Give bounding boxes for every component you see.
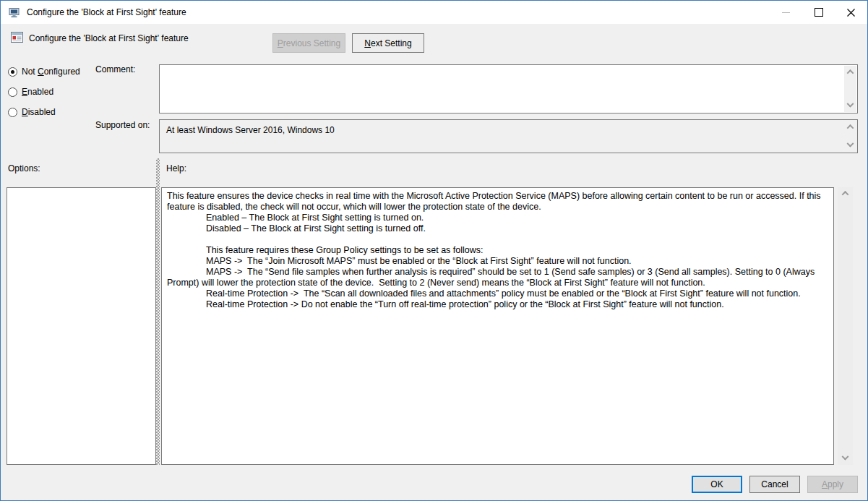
radio-button-icon (8, 67, 17, 77)
chevron-down-icon (842, 453, 849, 461)
window-controls (770, 1, 867, 24)
previous-setting-button[interactable]: Previous Setting (272, 33, 345, 53)
help-paragraph: MAPS -> The “Join Microsoft MAPS” must b… (167, 256, 828, 267)
maximize-button[interactable] (802, 1, 835, 24)
supported-on-scrollbar (844, 121, 856, 152)
cancel-button[interactable]: Cancel (749, 476, 800, 493)
help-paragraph: Disabled – The Block at First Sight sett… (167, 223, 828, 234)
radio-button-icon (8, 108, 17, 117)
radio-label: Disabled (22, 107, 56, 117)
scroll-down-button[interactable] (844, 140, 856, 152)
chevron-up-icon (847, 124, 854, 132)
supported-on-value: At least Windows Server 2016, Windows 10 (166, 125, 841, 135)
radio-button-icon (8, 87, 17, 97)
maximize-icon (815, 8, 823, 17)
window-title: Configure the 'Block at First Sight' fea… (27, 7, 186, 17)
comment-scrollbar (844, 66, 856, 112)
computer-icon (9, 7, 20, 18)
scroll-down-button[interactable] (838, 453, 853, 465)
comment-label: Comment: (95, 64, 135, 74)
comment-textarea[interactable] (159, 64, 858, 114)
help-paragraph: Real-time Protection -> The “Scan all do… (167, 288, 828, 299)
options-label: Options: (8, 163, 40, 174)
help-text: This feature ensures the device checks i… (161, 187, 834, 465)
chevron-up-icon (847, 69, 854, 77)
help-paragraph: MAPS -> The “Send file samples when furt… (167, 267, 828, 288)
supported-on-field: At least Windows Server 2016, Windows 10 (159, 119, 858, 153)
policy-setting-title: Configure the 'Block at First Sight' fea… (29, 33, 189, 43)
help-paragraph: This feature ensures the device checks i… (167, 191, 828, 213)
next-setting-button[interactable]: Next Setting (352, 33, 424, 53)
help-scrollbar (838, 187, 853, 465)
supported-on-label: Supported on: (95, 120, 150, 130)
policy-setting-dialog: Configure the 'Block at First Sight' fea… (0, 0, 868, 501)
help-paragraph: This feature requires these Group Policy… (167, 245, 828, 256)
title-bar: Configure the 'Block at First Sight' fea… (1, 1, 867, 24)
close-icon (847, 9, 855, 17)
help-paragraph (167, 234, 828, 245)
apply-button[interactable]: Apply (807, 476, 858, 493)
scroll-up-button[interactable] (844, 66, 856, 78)
radio-label: Enabled (22, 87, 53, 97)
scroll-up-button[interactable] (844, 121, 856, 133)
help-paragraph: Enabled – The Block at First Sight setti… (167, 213, 828, 223)
chevron-up-icon (842, 191, 849, 198)
minimize-icon (782, 12, 790, 13)
scroll-down-button[interactable] (844, 100, 856, 112)
minimize-button[interactable] (770, 1, 802, 24)
close-button[interactable] (835, 1, 867, 24)
help-label: Help: (166, 163, 186, 174)
pane-splitter (156, 158, 160, 465)
radio-disabled[interactable]: Disabled (8, 106, 80, 118)
radio-not-configured[interactable]: Not Configured (8, 66, 80, 77)
help-paragraph: Real-time Protection -> Do not enable th… (167, 299, 828, 310)
options-panel (7, 187, 156, 465)
policy-setting-icon (11, 31, 23, 43)
chevron-down-icon (847, 140, 854, 147)
radio-enabled[interactable]: Enabled (8, 86, 80, 98)
radio-label: Not Configured (22, 67, 80, 77)
configuration-radio-group: Not Configured Enabled Disabled (8, 66, 80, 127)
scroll-up-button[interactable] (838, 187, 853, 200)
ok-button[interactable]: OK (692, 476, 742, 493)
chevron-down-icon (847, 100, 854, 108)
